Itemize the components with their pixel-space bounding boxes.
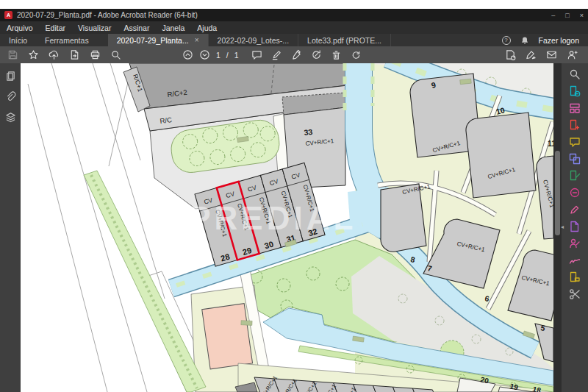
- left-panel-rail: [0, 63, 21, 392]
- more-tools-icon[interactable]: [569, 288, 581, 300]
- convert-pdf-icon[interactable]: [569, 220, 581, 232]
- comment-icon[interactable]: [569, 135, 581, 148]
- tab-document-lote33[interactable]: Lote33.pdf (PROTE...: [298, 34, 391, 46]
- title-bar: A 2020-07-29_Planta.pdf - Adobe Acrobat …: [0, 9, 588, 21]
- star-favorites-icon[interactable]: [28, 49, 39, 60]
- menu-assinar[interactable]: Assinar: [123, 24, 149, 32]
- page-separator: /: [226, 51, 229, 60]
- watermark: IPREDIAL: [176, 200, 356, 236]
- help-icon[interactable]: ?: [502, 36, 511, 45]
- rotate-icon[interactable]: [351, 49, 362, 60]
- redact-icon[interactable]: [569, 186, 581, 199]
- share-person-icon[interactable]: [567, 49, 578, 60]
- signature-icon[interactable]: [569, 254, 581, 266]
- window-title: 2020-07-29_Planta.pdf - Adobe Acrobat Re…: [17, 11, 198, 19]
- stamp-icon[interactable]: [569, 271, 581, 283]
- acrobat-logo-icon: A: [4, 11, 12, 19]
- fill-sign-icon[interactable]: [569, 203, 581, 215]
- plan-drawing: CV+R/C+1 CV+R/C+1 CV+R/C+1 CV+R/C+1 CV+R…: [21, 63, 553, 392]
- page-thumbnails-icon[interactable]: [5, 71, 16, 82]
- tab-bar: Início Ferramentas 2020-07-29_Planta... …: [0, 34, 588, 46]
- edit-pdf-icon[interactable]: [569, 169, 581, 182]
- lot-18-number: 18: [532, 385, 542, 392]
- lot-33-number: 33: [304, 127, 313, 137]
- label-rc: R/C: [159, 115, 173, 125]
- sign-doc-icon[interactable]: [526, 49, 537, 60]
- maximize-button[interactable]: □: [565, 12, 569, 19]
- minimize-button[interactable]: –: [551, 12, 555, 19]
- previous-page-icon[interactable]: [182, 49, 193, 60]
- tab-document-planta[interactable]: 2020-07-29_Planta... ×: [108, 34, 209, 46]
- attachments-icon[interactable]: [5, 91, 16, 102]
- acrobat-window: A 2020-07-29_Planta.pdf - Adobe Acrobat …: [0, 0, 588, 392]
- scrollbar-thumb[interactable]: [555, 151, 560, 235]
- export-file-icon[interactable]: [69, 49, 80, 60]
- request-signatures-icon[interactable]: [569, 237, 581, 249]
- menu-visualizar[interactable]: Visualizar: [78, 24, 111, 32]
- find-icon[interactable]: [110, 49, 121, 60]
- comment-icon[interactable]: [251, 49, 262, 60]
- tools-rail: ◂: [562, 63, 588, 392]
- page-total: 1: [234, 51, 239, 60]
- menu-bar: Arquivo Editar Visualizar Assinar Janela…: [0, 21, 588, 34]
- page-number-input[interactable]: 1: [216, 51, 220, 60]
- notifications-bell-icon[interactable]: [520, 36, 529, 45]
- combine-files-icon[interactable]: [569, 152, 581, 165]
- collapse-panel-icon[interactable]: ◂: [561, 224, 564, 230]
- cloud-share-icon[interactable]: [49, 49, 60, 60]
- building-lot-10: [466, 113, 536, 198]
- export-pdf-icon[interactable]: [569, 85, 581, 97]
- print-icon[interactable]: [90, 49, 101, 60]
- close-tab-icon[interactable]: ×: [195, 36, 199, 44]
- next-page-icon[interactable]: [199, 49, 210, 60]
- organize-pages-icon[interactable]: [569, 101, 581, 114]
- toolbar: 1 / 1: [0, 46, 588, 63]
- lot-11-number: 11: [548, 139, 553, 148]
- search-icon[interactable]: [569, 68, 581, 80]
- menu-ajuda[interactable]: Ajuda: [197, 24, 217, 32]
- highlight-icon[interactable]: [271, 49, 282, 60]
- save-icon[interactable]: [7, 49, 18, 60]
- layers-icon[interactable]: [5, 112, 16, 123]
- email-icon[interactable]: [546, 49, 557, 60]
- delete-icon[interactable]: [331, 49, 342, 60]
- close-button[interactable]: ×: [580, 12, 584, 19]
- fill-sign-icon[interactable]: [291, 49, 302, 60]
- document-canvas[interactable]: CV+R/C+1 CV+R/C+1 CV+R/C+1 CV+R/C+1 CV+R…: [21, 63, 553, 392]
- menu-janela[interactable]: Janela: [162, 24, 184, 32]
- export-pdf-icon[interactable]: [505, 49, 516, 60]
- menu-arquivo[interactable]: Arquivo: [7, 24, 33, 32]
- tab-inicio[interactable]: Início: [0, 34, 36, 46]
- tab-ferramentas[interactable]: Ferramentas: [36, 34, 98, 46]
- sign-in-button[interactable]: Fazer logon: [539, 36, 579, 45]
- tab-document-lotes[interactable]: 2022-02-09_Lotes-...: [209, 34, 298, 46]
- create-pdf-icon[interactable]: [569, 118, 581, 131]
- send-review-icon[interactable]: [311, 49, 322, 60]
- menu-editar[interactable]: Editar: [46, 24, 65, 32]
